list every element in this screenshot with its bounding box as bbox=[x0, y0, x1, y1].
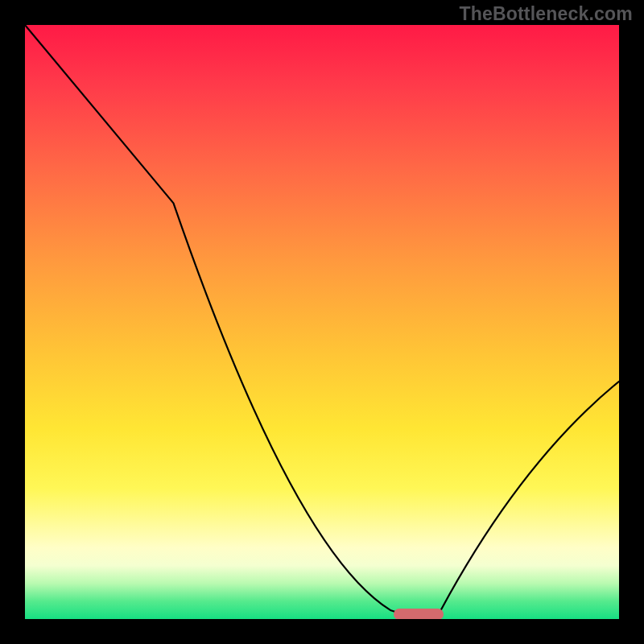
plot-area bbox=[25, 25, 619, 619]
curve-path bbox=[25, 25, 619, 619]
bottleneck-curve bbox=[25, 25, 619, 619]
watermark-text: TheBottleneck.com bbox=[459, 3, 633, 25]
optimal-range-marker bbox=[394, 609, 444, 619]
chart-container: TheBottleneck.com bbox=[0, 0, 644, 644]
